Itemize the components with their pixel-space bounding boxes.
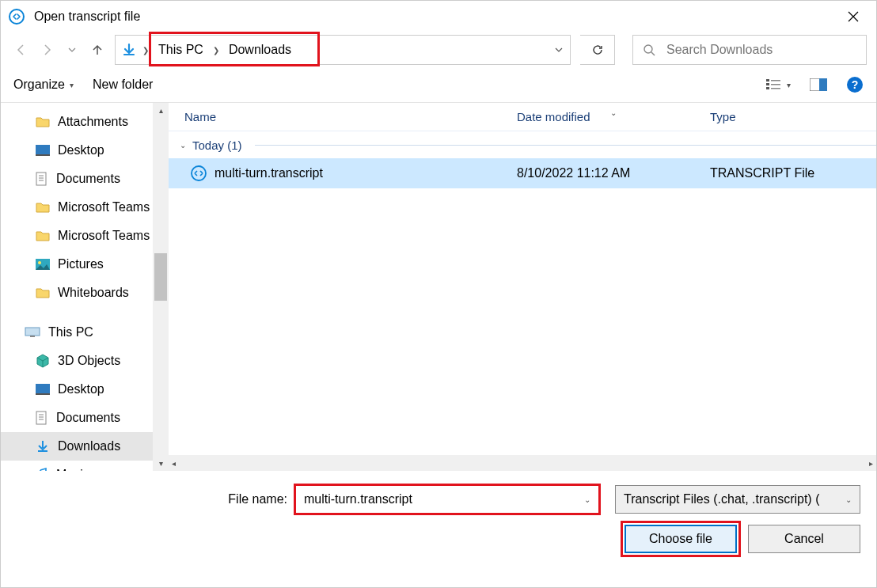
choose-file-button[interactable]: Choose file	[625, 525, 737, 553]
search-icon	[643, 44, 655, 56]
tree-label: Microsoft Teams	[58, 200, 150, 214]
file-date: 8/10/2022 11:12 AM	[517, 166, 710, 180]
folder-icon	[36, 116, 50, 128]
forward-button	[39, 42, 55, 58]
file-type-filter[interactable]: Transcript Files (.chat, .transcript) ( …	[615, 485, 860, 514]
svg-rect-1	[766, 79, 769, 82]
pc-icon	[25, 327, 40, 338]
recent-dropdown[interactable]	[64, 42, 80, 58]
tree-item-downloads[interactable]: Downloads	[1, 432, 169, 461]
refresh-button[interactable]	[580, 35, 615, 65]
svg-rect-18	[36, 384, 50, 393]
pictures-icon	[36, 259, 50, 270]
chevron-down-icon[interactable]: ⌄	[584, 495, 590, 504]
chevron-down-icon: ▾	[70, 81, 74, 89]
file-list: Name Date modified ⌄ Type ⌄ Today (1) mu…	[169, 103, 876, 471]
address-bar[interactable]: ❯ This PC ❯ Downloads	[115, 35, 571, 65]
3d-icon	[36, 354, 50, 368]
tree-item[interactable]: Pictures	[1, 250, 169, 279]
search-box[interactable]	[632, 35, 867, 65]
svg-rect-13	[36, 173, 46, 185]
file-type: TRANSCRIPT File	[710, 166, 876, 180]
breadcrumb-downloads[interactable]: Downloads	[226, 40, 294, 60]
organize-menu[interactable]: Organize ▾	[13, 74, 74, 96]
svg-rect-8	[819, 78, 827, 91]
app-icon	[9, 9, 25, 25]
window-title: Open transcript file	[34, 9, 838, 24]
folder-icon	[36, 201, 50, 214]
desktop-icon	[36, 384, 50, 395]
tree-item[interactable]: Documents	[1, 165, 169, 193]
tree-item[interactable]: Attachments	[1, 108, 169, 136]
col-type-header[interactable]: Type	[710, 110, 876, 123]
footer: File name: multi-turn.transcript ⌄ Trans…	[1, 471, 876, 563]
tree-label: Desktop	[58, 143, 104, 157]
tree-label: 3D Objects	[58, 354, 120, 368]
preview-pane-button[interactable]	[810, 74, 827, 96]
close-button[interactable]	[838, 6, 868, 27]
file-name-label: File name:	[228, 492, 287, 506]
tree-label: Microsoft Teams	[58, 229, 150, 243]
svg-rect-20	[36, 412, 46, 424]
back-button	[13, 42, 29, 58]
nav-bar: ❯ This PC ❯ Downloads	[1, 32, 876, 67]
file-name-input[interactable]: multi-turn.transcript ⌄	[295, 485, 599, 514]
breadcrumb-this-pc[interactable]: This PC	[155, 40, 207, 60]
file-name-value: multi-turn.transcript	[304, 492, 412, 506]
address-dropdown[interactable]	[554, 45, 564, 55]
help-button[interactable]: ?	[846, 74, 864, 96]
svg-text:?: ?	[852, 78, 859, 91]
tree-item[interactable]: Desktop	[1, 375, 169, 404]
list-header: Name Date modified ⌄ Type	[169, 103, 876, 131]
svg-rect-19	[36, 393, 50, 395]
svg-point-15	[38, 261, 41, 264]
documents-icon	[36, 172, 48, 186]
group-header[interactable]: ⌄ Today (1)	[169, 131, 876, 158]
up-button[interactable]	[89, 42, 105, 58]
svg-point-21	[192, 166, 206, 180]
tree-label: This PC	[48, 325, 93, 340]
tree-item[interactable]: 3D Objects	[1, 347, 169, 375]
group-label: Today (1)	[192, 138, 242, 152]
scrollbar-thumb[interactable]	[154, 253, 167, 301]
svg-rect-5	[771, 84, 780, 85]
tree-label: Documents	[56, 172, 120, 186]
chevron-right-icon: ❯	[213, 46, 219, 55]
list-view-icon	[766, 78, 782, 91]
sort-desc-icon: ⌄	[610, 108, 617, 117]
new-folder-button[interactable]: New folder	[93, 74, 153, 96]
chevron-down-icon: ⌄	[845, 495, 852, 504]
tree-item[interactable]: Whiteboards	[1, 279, 169, 307]
scroll-left-icon[interactable]: ◂	[172, 459, 176, 468]
file-icon	[191, 165, 207, 181]
tree-label: Whiteboards	[58, 286, 129, 300]
search-input[interactable]	[665, 42, 856, 58]
svg-rect-12	[36, 154, 50, 156]
scroll-right-icon[interactable]: ▸	[869, 459, 873, 468]
preview-icon	[810, 78, 827, 91]
col-date-header[interactable]: Date modified ⌄	[517, 110, 710, 123]
chevron-down-icon: ⌄	[180, 141, 186, 150]
tree-item[interactable]: Microsoft Teams	[1, 222, 169, 250]
downloads-icon	[36, 439, 50, 453]
tree-item[interactable]: Music	[1, 461, 169, 471]
svg-rect-2	[766, 83, 769, 85]
tree-item[interactable]: Documents	[1, 404, 169, 432]
scroll-down-icon[interactable]: ▾	[159, 459, 163, 468]
svg-rect-3	[766, 87, 769, 89]
downloads-icon	[122, 43, 136, 57]
col-name-header[interactable]: Name	[169, 110, 517, 123]
scroll-up-icon[interactable]: ▴	[159, 106, 163, 115]
tree-item[interactable]: Desktop	[1, 136, 169, 165]
tree-this-pc[interactable]: This PC	[1, 318, 169, 347]
desktop-icon	[36, 145, 50, 156]
help-icon: ?	[846, 76, 864, 93]
cancel-button[interactable]: Cancel	[748, 525, 860, 553]
file-row[interactable]: multi-turn.transcript 8/10/2022 11:12 AM…	[169, 158, 876, 188]
tree-label: Downloads	[58, 439, 120, 453]
folder-icon	[36, 286, 50, 299]
tree-item[interactable]: Microsoft Teams	[1, 193, 169, 222]
tree-scrollbar[interactable]: ▴ ▾	[153, 103, 169, 471]
view-menu[interactable]: ▾	[766, 74, 791, 96]
h-scrollbar[interactable]: ◂ ▸	[169, 455, 876, 471]
